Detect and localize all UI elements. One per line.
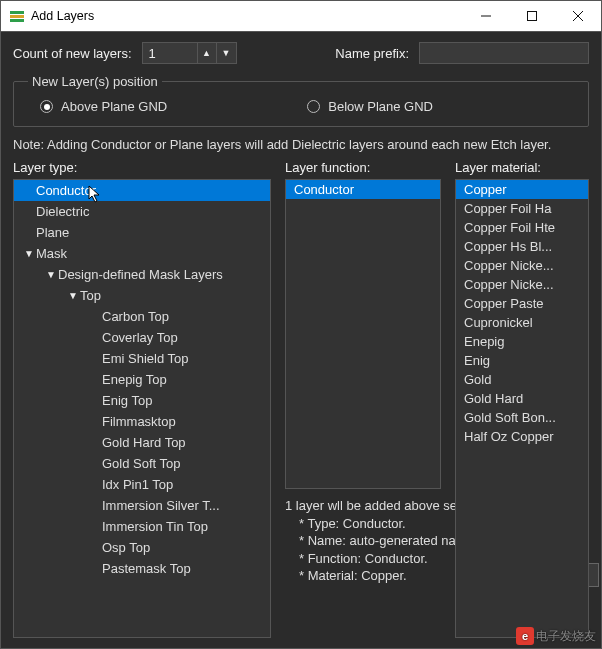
- tree-item-label: Immersion Tin Top: [102, 519, 208, 534]
- window-title: Add Layers: [31, 9, 463, 23]
- layer-type-item[interactable]: Carbon Top: [14, 306, 270, 327]
- layer-material-item[interactable]: Copper Paste: [456, 294, 588, 313]
- radio-above-label: Above Plane GND: [61, 99, 167, 114]
- layer-type-item[interactable]: ▼Top: [14, 285, 270, 306]
- layer-type-item[interactable]: Filmmasktop: [14, 411, 270, 432]
- caret-down-icon[interactable]: ▼: [44, 269, 58, 280]
- svg-rect-2: [10, 19, 24, 22]
- count-input[interactable]: [142, 42, 197, 64]
- count-spinner[interactable]: ▲ ▼: [142, 42, 237, 64]
- radio-below-plane-gnd[interactable]: Below Plane GND: [307, 99, 433, 114]
- layer-material-item[interactable]: Enig: [456, 351, 588, 370]
- count-down-button[interactable]: ▼: [217, 42, 237, 64]
- radio-dot-icon: [40, 100, 53, 113]
- layer-material-item[interactable]: Enepig: [456, 332, 588, 351]
- close-button[interactable]: [555, 1, 601, 31]
- tree-item-label: Pastemask Top: [102, 561, 191, 576]
- layer-type-item[interactable]: Immersion Tin Top: [14, 516, 270, 537]
- layer-material-item[interactable]: Cupronickel: [456, 313, 588, 332]
- tree-item-label: Gold Soft Top: [102, 456, 181, 471]
- name-prefix-input[interactable]: [419, 42, 589, 64]
- radio-below-label: Below Plane GND: [328, 99, 433, 114]
- svg-rect-0: [10, 11, 24, 14]
- layer-type-label: Layer type:: [13, 160, 271, 175]
- layer-material-item[interactable]: Copper Nicke...: [456, 275, 588, 294]
- tree-item-label: Idx Pin1 Top: [102, 477, 173, 492]
- tree-item-label: Osp Top: [102, 540, 150, 555]
- layer-material-item[interactable]: Copper Foil Ha: [456, 199, 588, 218]
- layer-type-item[interactable]: Gold Soft Top: [14, 453, 270, 474]
- layer-material-item[interactable]: Copper Foil Hte: [456, 218, 588, 237]
- tree-item-label: Filmmasktop: [102, 414, 176, 429]
- tree-item-label: Dielectric: [36, 204, 89, 219]
- layer-type-item[interactable]: Conductor: [14, 180, 270, 201]
- layer-material-item[interactable]: Gold: [456, 370, 588, 389]
- radio-dot-icon: [307, 100, 320, 113]
- layer-type-item[interactable]: Coverlay Top: [14, 327, 270, 348]
- note-text: Note: Adding Conductor or Plane layers w…: [13, 137, 589, 152]
- layer-type-item[interactable]: Idx Pin1 Top: [14, 474, 270, 495]
- radio-above-plane-gnd[interactable]: Above Plane GND: [40, 99, 167, 114]
- layer-type-item[interactable]: Plane: [14, 222, 270, 243]
- tree-item-label: Enepig Top: [102, 372, 167, 387]
- app-icon: [9, 8, 25, 24]
- layer-type-item[interactable]: Pastemask Top: [14, 558, 270, 579]
- layer-material-item[interactable]: Gold Hard: [456, 389, 588, 408]
- tree-item-label: Coverlay Top: [102, 330, 178, 345]
- titlebar: Add Layers: [1, 1, 601, 32]
- layer-material-label: Layer material:: [455, 160, 589, 175]
- position-group: New Layer(s) position Above Plane GND Be…: [13, 74, 589, 127]
- layer-material-item[interactable]: Copper Hs Bl...: [456, 237, 588, 256]
- svg-rect-4: [528, 12, 537, 21]
- layer-type-item[interactable]: Gold Hard Top: [14, 432, 270, 453]
- layer-material-item[interactable]: Half Oz Copper: [456, 427, 588, 446]
- tree-item-label: Emi Shield Top: [102, 351, 188, 366]
- layer-type-item[interactable]: Osp Top: [14, 537, 270, 558]
- tree-item-label: Plane: [36, 225, 69, 240]
- layer-material-item[interactable]: Copper: [456, 180, 588, 199]
- layer-material-item[interactable]: Gold Soft Bon...: [456, 408, 588, 427]
- count-label: Count of new layers:: [13, 46, 132, 61]
- tree-item-label: Mask: [36, 246, 67, 261]
- position-group-label: New Layer(s) position: [28, 74, 162, 89]
- tree-item-label: Top: [80, 288, 101, 303]
- layer-material-item[interactable]: Copper Nicke...: [456, 256, 588, 275]
- count-up-button[interactable]: ▲: [197, 42, 217, 64]
- maximize-button[interactable]: [509, 1, 555, 31]
- layer-function-list[interactable]: Conductor: [285, 179, 441, 489]
- tree-item-label: Conductor: [36, 183, 96, 198]
- minimize-button[interactable]: [463, 1, 509, 31]
- layer-type-item[interactable]: Immersion Silver T...: [14, 495, 270, 516]
- tree-item-label: Carbon Top: [102, 309, 169, 324]
- layer-type-item[interactable]: Emi Shield Top: [14, 348, 270, 369]
- layer-function-item[interactable]: Conductor: [286, 180, 440, 199]
- name-prefix-label: Name prefix:: [335, 46, 409, 61]
- layer-type-tree[interactable]: ConductorDielectricPlane▼Mask▼Design-def…: [13, 179, 271, 638]
- layer-type-item[interactable]: Enepig Top: [14, 369, 270, 390]
- layer-function-label: Layer function:: [285, 160, 441, 175]
- layer-material-list[interactable]: CopperCopper Foil HaCopper Foil HteCoppe…: [455, 179, 589, 638]
- caret-down-icon[interactable]: ▼: [22, 248, 36, 259]
- layer-type-item[interactable]: Dielectric: [14, 201, 270, 222]
- layer-type-item[interactable]: Enig Top: [14, 390, 270, 411]
- layer-type-item[interactable]: ▼Mask: [14, 243, 270, 264]
- svg-rect-1: [10, 15, 24, 18]
- tree-item-label: Immersion Silver T...: [102, 498, 220, 513]
- caret-down-icon[interactable]: ▼: [66, 290, 80, 301]
- tree-item-label: Design-defined Mask Layers: [58, 267, 223, 282]
- layer-type-item[interactable]: ▼Design-defined Mask Layers: [14, 264, 270, 285]
- tree-item-label: Enig Top: [102, 393, 152, 408]
- tree-item-label: Gold Hard Top: [102, 435, 186, 450]
